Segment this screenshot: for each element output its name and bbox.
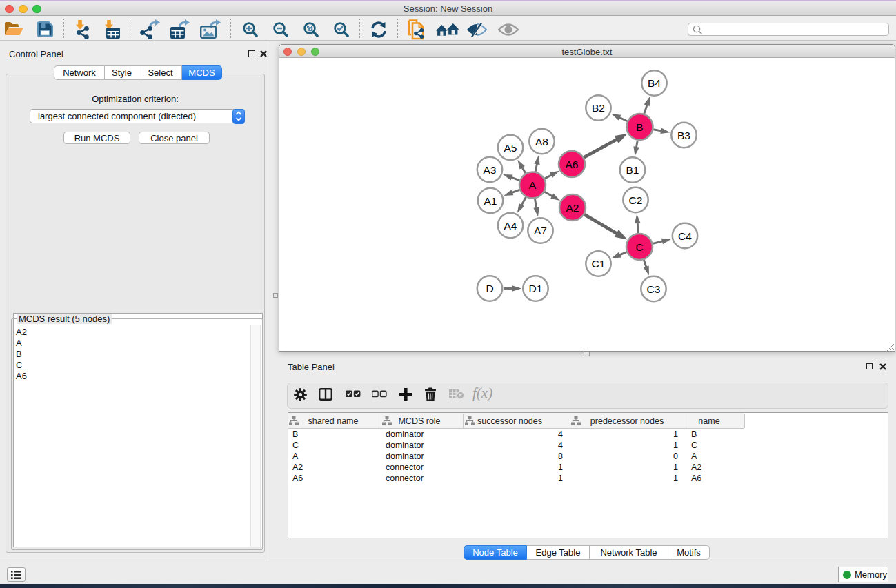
svg-text:C2: C2 (629, 194, 643, 206)
svg-text:B4: B4 (648, 77, 661, 89)
svg-text:A: A (529, 179, 537, 191)
svg-text:C: C (635, 241, 643, 253)
svg-text:A7: A7 (534, 225, 547, 236)
svg-text:A8: A8 (535, 136, 548, 148)
svg-text:A4: A4 (504, 220, 517, 232)
svg-text:A6: A6 (566, 159, 579, 170)
svg-text:C1: C1 (592, 258, 606, 270)
svg-text:D: D (486, 283, 493, 294)
svg-text:A1: A1 (484, 195, 497, 207)
svg-text:A5: A5 (504, 142, 517, 154)
svg-text:B2: B2 (592, 102, 605, 114)
svg-text:B1: B1 (626, 164, 639, 176)
svg-text:B: B (636, 121, 643, 133)
svg-text:A2: A2 (566, 202, 579, 214)
svg-text:C3: C3 (647, 283, 661, 295)
svg-text:A3: A3 (484, 164, 497, 176)
svg-text:B3: B3 (677, 130, 690, 141)
svg-text:C4: C4 (678, 230, 692, 242)
svg-text:D1: D1 (529, 283, 543, 294)
